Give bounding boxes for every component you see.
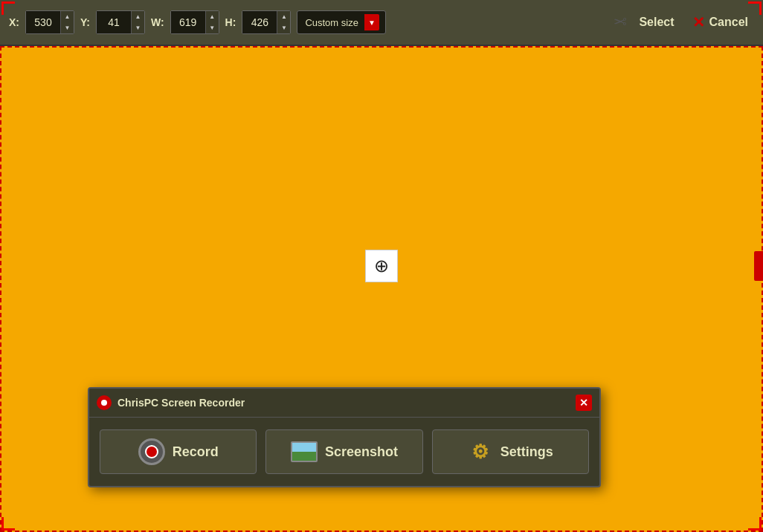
dialog-body: Record Screenshot ⚙ Settings xyxy=(89,418,599,486)
h-label: H: xyxy=(225,16,236,28)
y-input[interactable] xyxy=(97,11,131,33)
y-spinners: ▲ ▼ xyxy=(131,11,144,33)
w-input-wrap: ▲ ▼ xyxy=(170,10,219,34)
h-spin-down[interactable]: ▼ xyxy=(277,22,290,33)
dropdown-arrow-icon: ▼ xyxy=(364,14,379,30)
x-spin-down[interactable]: ▼ xyxy=(61,22,74,33)
h-input-wrap: ▲ ▼ xyxy=(242,10,291,34)
dialog-titlebar: ChrisPC Screen Recorder ✕ xyxy=(89,389,599,418)
y-spin-up[interactable]: ▲ xyxy=(132,11,144,22)
w-spinners: ▲ ▼ xyxy=(205,11,219,33)
w-label: W: xyxy=(151,16,164,28)
h-spin-up[interactable]: ▲ xyxy=(277,11,290,22)
record-icon xyxy=(138,438,165,465)
h-input[interactable] xyxy=(242,11,277,33)
cancel-label: Cancel xyxy=(709,16,748,29)
settings-button[interactable]: ⚙ Settings xyxy=(432,429,589,474)
x-icon: ✕ xyxy=(692,13,705,31)
dialog-title: ChrisPC Screen Recorder xyxy=(117,397,570,409)
w-spin-up[interactable]: ▲ xyxy=(206,11,219,22)
w-spin-down[interactable]: ▼ xyxy=(206,22,219,33)
screenshot-button[interactable]: Screenshot xyxy=(265,429,422,474)
w-input[interactable] xyxy=(171,11,205,33)
custom-size-label: Custom size xyxy=(305,17,358,28)
h-spinners: ▲ ▼ xyxy=(277,11,290,33)
dialog-close-button[interactable]: ✕ xyxy=(576,395,592,411)
move-cursor-icon: ⊕ xyxy=(365,250,398,282)
x-label: X: xyxy=(9,16,19,28)
y-input-wrap: ▲ ▼ xyxy=(96,10,145,34)
custom-size-button[interactable]: Custom size ▼ xyxy=(297,10,386,34)
x-input[interactable] xyxy=(26,11,60,33)
x-spinners: ▲ ▼ xyxy=(60,11,74,33)
settings-gear-icon: ⚙ xyxy=(468,439,493,464)
select-button[interactable]: Select xyxy=(633,13,680,32)
y-label: Y: xyxy=(80,16,90,28)
record-button[interactable]: Record xyxy=(100,429,257,474)
x-spin-up[interactable]: ▲ xyxy=(61,11,74,22)
capture-border-top xyxy=(0,46,763,48)
cancel-button[interactable]: ✕ Cancel xyxy=(686,10,754,34)
screenshot-icon xyxy=(291,441,318,462)
recorder-dialog: ChrisPC Screen Recorder ✕ Record Screens… xyxy=(88,387,601,487)
settings-label: Settings xyxy=(500,444,553,460)
scissors-icon: ✂ xyxy=(614,13,627,32)
y-spin-down[interactable]: ▼ xyxy=(132,22,144,33)
right-drag-handle[interactable] xyxy=(754,251,763,281)
record-label: Record xyxy=(173,444,219,460)
x-input-wrap: ▲ ▼ xyxy=(25,10,74,34)
toolbar: X: ▲ ▼ Y: ▲ ▼ W: ▲ ▼ H: ▲ ▼ Custom size … xyxy=(0,0,763,46)
record-dot xyxy=(145,445,158,458)
screenshot-label: Screenshot xyxy=(325,444,398,460)
app-icon xyxy=(97,395,112,410)
capture-border-left xyxy=(0,46,1,532)
